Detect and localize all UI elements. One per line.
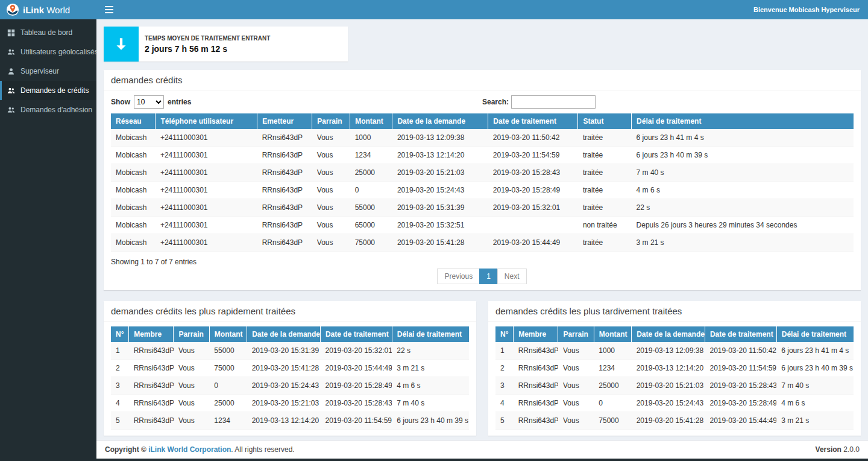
pagination-previous-button[interactable]: Previous bbox=[437, 269, 480, 284]
table-cell: +24111000301 bbox=[156, 234, 257, 252]
table-cell: 2019-03-13 12:09:38 bbox=[632, 342, 705, 360]
search-input[interactable] bbox=[511, 95, 596, 109]
table-row: 4RRnsi643dPVous250002019-03-20 15:21:032… bbox=[111, 395, 469, 412]
sidebar-toggle-button[interactable] bbox=[105, 6, 113, 13]
column-header[interactable]: Date de la demande bbox=[247, 326, 321, 342]
column-header[interactable]: N° bbox=[111, 326, 129, 342]
hamburger-icon bbox=[105, 6, 113, 13]
column-header[interactable]: Montant bbox=[594, 326, 631, 342]
table-cell: Vous bbox=[312, 129, 350, 147]
column-header[interactable]: Date de la demande bbox=[392, 113, 488, 129]
table-cell: 4 m 6 s bbox=[632, 182, 854, 199]
table-cell: 6 jours 23 h 40 m 39 s bbox=[392, 412, 469, 430]
table-cell: RRnsi643dP bbox=[129, 377, 174, 395]
user-welcome[interactable]: Bienvenue Mobicash Hyperviseur bbox=[753, 6, 860, 13]
pagination-next-button[interactable]: Next bbox=[497, 269, 527, 284]
table-cell: RRnsi643dP bbox=[514, 412, 558, 430]
sidebar-item-demandes-de-credits[interactable]: Demandes de crédits bbox=[0, 81, 96, 100]
column-header[interactable]: Réseau bbox=[111, 113, 156, 129]
table-row: 5RRnsi643dPVous750002019-03-20 15:41:282… bbox=[495, 412, 854, 430]
table-cell: +24111000301 bbox=[156, 164, 257, 182]
footer: Copyright © iLink World Corporation. All… bbox=[96, 440, 868, 459]
pagination-page-1-button[interactable]: 1 bbox=[479, 269, 498, 284]
fastest-table-head: N°MembreParrainMontantDate de la demande… bbox=[111, 326, 469, 342]
sidebar-item-utilisateurs-geolocalises[interactable]: Utilisateurs géolocalisés bbox=[0, 42, 96, 62]
table-cell: 2019-03-13 12:14:20 bbox=[632, 360, 705, 377]
table-cell: Depuis 26 jours 3 heures 29 minutes 34 s… bbox=[632, 217, 854, 234]
table-cell: 2019-03-20 15:28:43 bbox=[488, 164, 578, 182]
table-cell: 7 m 40 s bbox=[392, 395, 469, 412]
table-cell: Vous bbox=[312, 147, 350, 164]
table-row: 5RRnsi643dPVous12342019-03-13 12:14:2020… bbox=[111, 412, 469, 430]
sidebar-item-tableau-de-bord[interactable]: Tableau de bord bbox=[0, 23, 96, 42]
table-row: Mobicash+24111000301RRnsi643dPVous100020… bbox=[111, 129, 854, 147]
table-cell: 2019-03-20 11:54:59 bbox=[320, 412, 392, 430]
column-header[interactable]: Délai de traitement bbox=[776, 326, 854, 342]
table-cell: 1234 bbox=[350, 147, 392, 164]
column-header[interactable]: Membre bbox=[514, 326, 558, 342]
brand-name-bold: iLink bbox=[23, 5, 44, 15]
table-cell: +24111000301 bbox=[156, 182, 257, 199]
sidebar-item-demandes-adhesion[interactable]: Demandes d'adhésion bbox=[0, 100, 96, 119]
avg-processing-time-infobox: TEMPS MOYEN DE TRAITEMENT ENTRANT 2 jour… bbox=[104, 27, 348, 62]
sidebar-item-label: Demandes de crédits bbox=[20, 86, 89, 95]
column-header[interactable]: N° bbox=[495, 326, 514, 342]
column-header[interactable]: Membre bbox=[129, 326, 174, 342]
table-cell: 0 bbox=[594, 395, 631, 412]
top-navbar: iLink World Bienvenue Mobicash Hypervise… bbox=[0, 0, 868, 19]
table-row: 3RRnsi643dPVous02019-03-20 15:24:432019-… bbox=[111, 377, 469, 395]
table-row: Mobicash+24111000301RRnsi643dPVous123420… bbox=[111, 147, 854, 164]
credits-table-body: Mobicash+24111000301RRnsi643dPVous100020… bbox=[111, 129, 854, 252]
column-header[interactable]: Délai de traitement bbox=[632, 113, 854, 129]
table-cell: 75000 bbox=[350, 234, 392, 252]
column-header[interactable]: Date de traitement bbox=[705, 326, 776, 342]
column-header[interactable]: Date de la demande bbox=[632, 326, 705, 342]
table-cell: 2019-03-20 15:41:28 bbox=[632, 412, 705, 430]
table-cell: +24111000301 bbox=[156, 129, 257, 147]
table-cell: traitée bbox=[578, 199, 632, 217]
table-cell: 3 m 21 s bbox=[776, 412, 854, 430]
column-header[interactable]: Parrain bbox=[174, 326, 209, 342]
infobox-value: 2 jours 7 h 56 m 12 s bbox=[145, 44, 270, 54]
table-cell: 2019-03-20 15:21:03 bbox=[632, 377, 705, 395]
table-cell: 2019-03-20 11:54:59 bbox=[488, 147, 578, 164]
column-header[interactable]: Statut bbox=[578, 113, 632, 129]
slowest-panel-body: N°MembreParrainMontantDate de la demande… bbox=[488, 322, 861, 436]
table-cell: 2019-03-13 12:14:20 bbox=[247, 412, 321, 430]
table-cell: 0 bbox=[350, 182, 392, 199]
slowest-panel-header: demandes crédits les plus tardivement tr… bbox=[488, 301, 861, 322]
sidebar-item-superviseur[interactable]: Superviseur bbox=[0, 62, 96, 81]
credits-panel-title: demandes crédits bbox=[111, 75, 854, 85]
table-cell: Vous bbox=[174, 412, 209, 430]
table-cell: 2019-03-20 15:21:03 bbox=[392, 164, 488, 182]
table-cell: 3 bbox=[111, 377, 129, 395]
table-cell: Mobicash bbox=[111, 164, 156, 182]
page-length-select[interactable]: 10 bbox=[134, 95, 164, 109]
footer-version: Version 2.0.0 bbox=[816, 445, 860, 454]
column-header[interactable]: Date de traitement bbox=[488, 113, 578, 129]
table-cell: Vous bbox=[174, 395, 209, 412]
company-link[interactable]: iLink World Corporation bbox=[148, 445, 231, 454]
column-header[interactable]: Montant bbox=[209, 326, 247, 342]
table-cell: 5 bbox=[495, 412, 514, 430]
column-header[interactable]: Téléphone utilisateur bbox=[156, 113, 257, 129]
table-cell: 4 m 6 s bbox=[392, 377, 469, 395]
users-icon bbox=[7, 87, 15, 95]
users-icon bbox=[7, 106, 15, 114]
slowest-table: N°MembreParrainMontantDate de la demande… bbox=[495, 326, 854, 430]
column-header[interactable]: Parrain bbox=[312, 113, 350, 129]
content: TEMPS MOYEN DE TRAITEMENT ENTRANT 2 jour… bbox=[96, 19, 868, 440]
column-header[interactable]: Délai de traitement bbox=[392, 326, 469, 342]
table-cell: Vous bbox=[312, 182, 350, 199]
pagination: Previous1Next bbox=[111, 269, 854, 284]
table-cell: 2019-03-20 15:44:49 bbox=[705, 412, 776, 430]
table-cell: 2019-03-20 15:28:43 bbox=[705, 377, 776, 395]
column-header[interactable]: Parrain bbox=[558, 326, 594, 342]
column-header[interactable]: Date de traitement bbox=[320, 326, 392, 342]
table-cell: 55000 bbox=[350, 199, 392, 217]
brand-name: iLink World bbox=[23, 5, 70, 15]
table-cell: +24111000301 bbox=[156, 147, 257, 164]
column-header[interactable]: Montant bbox=[350, 113, 392, 129]
column-header[interactable]: Emetteur bbox=[257, 113, 312, 129]
brand-logo[interactable]: iLink World bbox=[0, 0, 96, 19]
